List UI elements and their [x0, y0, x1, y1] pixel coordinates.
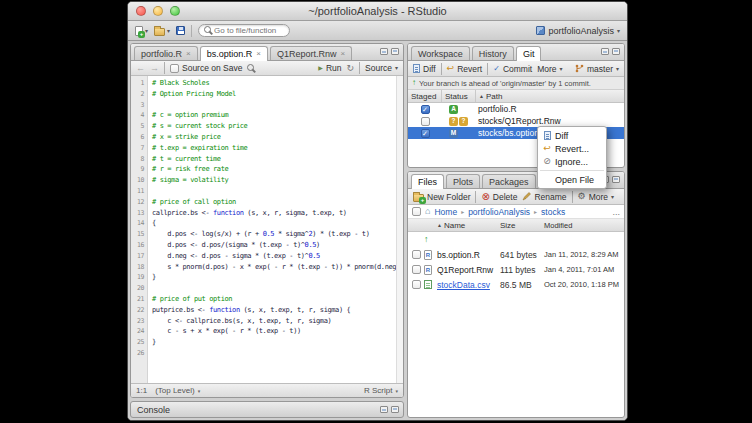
- chevron-down-icon: ▾: [617, 28, 620, 34]
- new-file-icon: +: [135, 26, 143, 36]
- tab-q1report-rnw[interactable]: Q1Report.Rnw ×: [270, 46, 352, 60]
- breadcrumb-more-button[interactable]: ...: [612, 207, 620, 217]
- maximize-pane-icon[interactable]: [391, 48, 399, 55]
- breadcrumb-stocks[interactable]: stocks: [541, 207, 565, 217]
- zoom-window-button[interactable]: [170, 6, 180, 16]
- file-row-bs-option[interactable]: ✓ R bs.option.R 641 bytes Jan 11, 2012, …: [408, 247, 624, 262]
- file-name-link[interactable]: bs.option.R: [437, 250, 500, 260]
- maximize-pane-icon[interactable]: [612, 176, 620, 183]
- file-modified: Oct 20, 2010, 1:18 PM: [544, 280, 624, 289]
- rerun-icon[interactable]: ↻: [347, 64, 355, 73]
- parent-directory-icon[interactable]: ↑: [424, 235, 429, 244]
- console-pane-collapsed[interactable]: Console: [130, 401, 404, 418]
- rename-button[interactable]: Rename: [522, 192, 566, 202]
- chevron-right-icon: ▸: [534, 209, 537, 215]
- column-name[interactable]: ▲ Name: [437, 221, 500, 230]
- editor-statusbar: 1:1 (Top Level) ▾ R Script ▾: [131, 383, 403, 397]
- git-row-portfolio[interactable]: ✓ A portfolio.R: [408, 103, 624, 115]
- tab-git[interactable]: Git: [516, 46, 542, 61]
- minimize-pane-icon[interactable]: [601, 48, 609, 55]
- open-folder-icon: [154, 28, 165, 36]
- source-on-save-toggle[interactable]: ✓ Source on Save: [170, 63, 242, 73]
- file-name-link[interactable]: Q1Report.Rnw: [437, 265, 500, 275]
- maximize-pane-icon[interactable]: [612, 48, 620, 55]
- scope-selector[interactable]: (Top Level) ▾: [155, 386, 200, 395]
- file-row-q1report[interactable]: ✓ R Q1Report.Rnw 111 bytes Jan 4, 2011, …: [408, 262, 624, 277]
- context-menu-open-file[interactable]: Open File: [538, 173, 606, 186]
- minimize-pane-icon[interactable]: [380, 48, 388, 55]
- close-icon[interactable]: ×: [186, 50, 191, 58]
- goto-file-searchbox[interactable]: [198, 24, 290, 37]
- rnw-file-icon: R: [424, 265, 432, 275]
- column-size[interactable]: Size: [500, 221, 544, 230]
- git-branch-icon: [575, 64, 584, 73]
- source-toolbar: ← → ✓ Source on Save ▶ Run ↻: [131, 61, 403, 76]
- tab-packages[interactable]: Packages: [482, 174, 536, 188]
- save-button[interactable]: [176, 26, 185, 35]
- run-button[interactable]: ▶ Run: [318, 63, 341, 73]
- tab-files[interactable]: Files: [411, 174, 444, 189]
- sort-asc-icon: ▲: [479, 93, 484, 99]
- tab-portfolio-r[interactable]: portfolio.R ×: [134, 46, 198, 60]
- file-type-selector[interactable]: R Script ▾: [364, 386, 398, 395]
- tab-workspace[interactable]: Workspace: [411, 46, 470, 60]
- editor-code[interactable]: # Black Scholes# Option Pricing Model # …: [148, 76, 396, 383]
- branch-selector[interactable]: master ▾: [575, 64, 619, 74]
- breadcrumb-portfolioanalysis[interactable]: portfolioAnalysis: [468, 207, 530, 217]
- column-path[interactable]: ▲ Path: [476, 90, 624, 102]
- find-replace-icon[interactable]: [247, 64, 256, 73]
- commit-button[interactable]: ✓ Commit: [493, 64, 532, 74]
- diff-button[interactable]: Diff: [413, 64, 436, 74]
- delete-button[interactable]: ⊗ Delete: [481, 192, 517, 202]
- context-menu-diff[interactable]: Diff: [538, 129, 606, 142]
- forward-icon[interactable]: →: [150, 64, 159, 73]
- git-more-button[interactable]: More ▾: [537, 64, 562, 74]
- file-row-stockdata[interactable]: ✓ stockData.csv 86.5 MB Oct 20, 2010, 1:…: [408, 277, 624, 292]
- project-menu-button[interactable]: portfolioAnalysis ▾: [536, 26, 620, 36]
- files-toolbar: + New Folder ⊗ Delete Rename: [408, 189, 624, 205]
- context-menu-ignore[interactable]: ⊘ Ignore...: [538, 155, 606, 168]
- file-checkbox[interactable]: ✓: [412, 250, 421, 259]
- file-checkbox[interactable]: ✓: [412, 265, 421, 274]
- code-editor[interactable]: 1234567891011121314151617181920212223242…: [131, 76, 403, 383]
- revert-button[interactable]: ↩ Revert: [447, 64, 483, 74]
- chevron-down-icon: ▾: [395, 65, 398, 71]
- new-file-button[interactable]: + ▾: [135, 26, 148, 36]
- files-more-button[interactable]: ⚙ More ▾: [578, 192, 614, 202]
- column-status[interactable]: Status: [442, 90, 476, 102]
- editor-scrollbar[interactable]: [396, 76, 403, 383]
- close-icon[interactable]: ×: [256, 50, 261, 58]
- context-menu-revert[interactable]: ↩ Revert...: [538, 142, 606, 155]
- minimize-pane-icon[interactable]: [380, 406, 388, 413]
- run-icon: ▶: [318, 65, 323, 71]
- breadcrumb-home[interactable]: Home: [434, 207, 457, 217]
- diff-icon: [544, 131, 551, 140]
- open-file-button[interactable]: ▾: [154, 26, 170, 36]
- file-checkbox[interactable]: ✓: [412, 280, 421, 289]
- new-folder-icon: +: [413, 194, 424, 202]
- revert-icon: ↩: [447, 64, 455, 73]
- maximize-pane-icon[interactable]: [391, 406, 399, 413]
- tab-plots[interactable]: Plots: [446, 174, 480, 188]
- select-all-checkbox[interactable]: ✓: [412, 207, 421, 216]
- close-window-button[interactable]: [136, 6, 146, 16]
- file-name-link[interactable]: stockData.csv: [437, 280, 500, 290]
- column-modified[interactable]: Modified: [544, 221, 624, 230]
- source-on-save-checkbox[interactable]: ✓: [170, 64, 179, 73]
- new-folder-button[interactable]: + New Folder: [413, 192, 470, 202]
- staged-checkbox[interactable]: ✓: [421, 105, 430, 114]
- back-icon[interactable]: ←: [136, 64, 145, 73]
- parent-directory-row[interactable]: ↑: [408, 232, 624, 247]
- tab-history[interactable]: History: [472, 46, 514, 60]
- chevron-down-icon: ▾: [616, 66, 619, 72]
- staged-checkbox[interactable]: ✓: [421, 129, 430, 138]
- close-icon[interactable]: ×: [340, 50, 345, 58]
- staged-checkbox[interactable]: ✓: [421, 117, 430, 126]
- window-titlebar[interactable]: ~/portfolioAnalysis - RStudio: [128, 2, 627, 21]
- search-input[interactable]: [214, 26, 284, 35]
- tab-bs-option-r[interactable]: bs.option.R ×: [200, 46, 268, 61]
- column-staged[interactable]: Staged: [408, 90, 442, 102]
- minimize-window-button[interactable]: [153, 6, 163, 16]
- source-button[interactable]: Source ▾: [365, 63, 398, 73]
- commit-icon: ✓: [493, 65, 500, 73]
